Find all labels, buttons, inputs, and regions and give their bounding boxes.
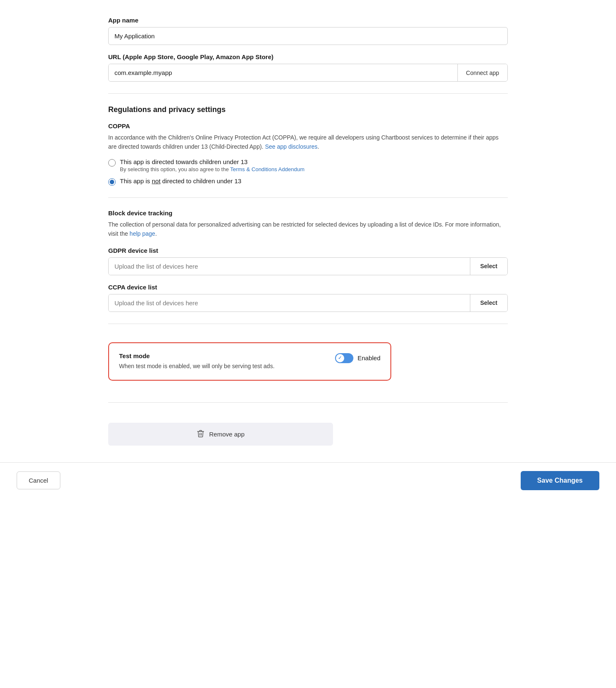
radio-item-not-directed: This app is not directed to children und…	[108, 177, 508, 186]
test-mode-divider-top	[108, 324, 508, 324]
coppa-title: COPPA	[108, 122, 508, 130]
url-field-container: Connect app	[108, 64, 508, 82]
coppa-radio-directed[interactable]	[108, 159, 116, 167]
cancel-button[interactable]: Cancel	[17, 471, 60, 489]
test-mode-toggle-container: ✓ Enabled	[335, 353, 380, 363]
coppa-radio-group: This app is directed towards children un…	[108, 158, 508, 186]
test-mode-toggle[interactable]: ✓	[335, 353, 353, 363]
gdpr-label: GDPR device list	[108, 247, 508, 254]
url-input[interactable]	[109, 64, 457, 81]
coppa-description: In accordance with the Children's Online…	[108, 133, 508, 152]
gdpr-input[interactable]	[109, 258, 470, 275]
test-mode-box: Test mode When test mode is enabled, we …	[108, 342, 391, 381]
connect-app-button[interactable]: Connect app	[457, 64, 507, 81]
test-mode-title: Test mode	[119, 352, 325, 359]
ccpa-select-button[interactable]: Select	[470, 294, 507, 312]
app-name-label: App name	[108, 17, 508, 24]
ccpa-input[interactable]	[109, 294, 470, 312]
coppa-divider	[108, 197, 508, 198]
toggle-check-icon: ✓	[338, 355, 342, 361]
see-app-disclosures-link[interactable]: See app disclosures	[265, 143, 318, 150]
ccpa-input-container: Select	[108, 294, 508, 312]
remove-app-label: Remove app	[209, 431, 244, 438]
app-name-input[interactable]	[108, 27, 508, 45]
test-mode-toggle-label: Enabled	[358, 354, 380, 361]
help-page-link[interactable]: help page	[129, 230, 155, 237]
coppa-directed-sublabel: By selecting this option, you also agree…	[120, 166, 304, 172]
trash-icon	[196, 429, 205, 439]
radio-item-directed: This app is directed towards children un…	[108, 158, 508, 172]
footer-bar: Cancel Save Changes	[0, 462, 616, 499]
regulations-section-title: Regulations and privacy settings	[108, 105, 508, 114]
remove-app-divider	[108, 402, 508, 403]
test-mode-content: Test mode When test mode is enabled, we …	[119, 352, 325, 371]
save-changes-button[interactable]: Save Changes	[521, 471, 599, 490]
coppa-radio-not-directed[interactable]	[108, 178, 116, 186]
coppa-not-directed-label: This app is not directed to children und…	[120, 177, 241, 184]
block-tracking-description: The collection of personal data for pers…	[108, 220, 508, 239]
coppa-directed-label: This app is directed towards children un…	[120, 158, 304, 165]
test-mode-description: When test mode is enabled, we will only …	[119, 362, 325, 371]
terms-conditions-link[interactable]: Terms & Conditions Addendum	[230, 166, 304, 172]
section-divider	[108, 93, 508, 94]
remove-app-button[interactable]: Remove app	[108, 423, 333, 446]
gdpr-input-container: Select	[108, 257, 508, 275]
url-label: URL (Apple App Store, Google Play, Amazo…	[108, 53, 508, 60]
remove-app-section: Remove app	[108, 414, 508, 446]
gdpr-select-button[interactable]: Select	[470, 258, 507, 275]
toggle-knob: ✓	[336, 354, 344, 362]
ccpa-label: CCPA device list	[108, 284, 508, 291]
block-tracking-title: Block device tracking	[108, 209, 508, 217]
